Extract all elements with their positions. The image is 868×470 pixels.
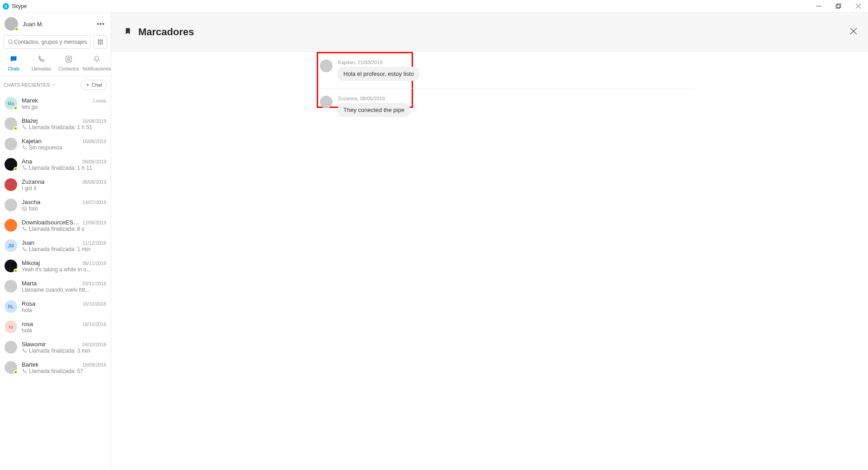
chat-date: 06/08/2019 xyxy=(82,179,106,185)
chat-preview: Llamada finalizada: 57 xyxy=(22,368,106,374)
chat-date: 16/10/2018 xyxy=(82,301,106,307)
message-bubble: Hola el profesor, estoy listo xyxy=(338,67,419,81)
svg-rect-1 xyxy=(836,5,840,9)
contacts-icon xyxy=(55,55,83,63)
chat-date: 04/10/2018 xyxy=(82,342,106,347)
avatar xyxy=(320,96,333,108)
tab-notifications[interactable]: Notificaciones xyxy=(83,52,111,76)
bell-icon xyxy=(83,55,111,63)
page-title: Marcadores xyxy=(138,26,194,38)
chat-name: Ana xyxy=(22,158,32,165)
window-close-button[interactable] xyxy=(848,0,868,13)
bookmarks-body: Kajetan, 21/03/2019Hola el profesor, est… xyxy=(111,51,868,470)
chat-date: 03/11/2018 xyxy=(82,281,106,286)
chat-name: Marta xyxy=(22,280,37,287)
window-maximize-button[interactable] xyxy=(828,0,848,13)
avatar xyxy=(5,178,17,191)
window-titlebar: S Skype xyxy=(0,0,868,13)
svg-point-5 xyxy=(9,40,12,43)
chat-list-item[interactable]: Błażej16/08/2019Llamada finalizada: 1 h … xyxy=(0,114,111,134)
chat-name: Marek xyxy=(22,97,38,104)
chat-date: 11/12/2018 xyxy=(82,240,106,246)
avatar: ro xyxy=(5,321,17,333)
chat-preview: Llamada finalizada: 1 min xyxy=(22,246,106,252)
chat-list-item[interactable]: rorosa16/10/2018hola xyxy=(0,317,111,337)
chat-list-item[interactable]: JMJuan11/12/2018Llamada finalizada: 1 mi… xyxy=(0,236,111,256)
close-panel-button[interactable] xyxy=(849,27,858,37)
more-menu-button[interactable]: ••• xyxy=(95,20,106,28)
dialpad-icon xyxy=(97,39,103,45)
tab-chats[interactable]: Chats xyxy=(0,52,28,76)
avatar xyxy=(5,199,17,211)
svg-point-9 xyxy=(102,40,103,41)
chevron-down-icon xyxy=(52,83,56,87)
chat-list-item[interactable]: Ana08/08/2019Llamada finalizada: 1 h 11 xyxy=(0,154,111,175)
chat-list-item[interactable]: Kajetan16/08/2019Sin respuesta xyxy=(0,134,111,154)
svg-line-6 xyxy=(12,43,13,44)
chat-preview: Llamada finalizada: 1 h 11 xyxy=(22,165,106,171)
svg-point-13 xyxy=(98,43,99,44)
bookmark-meta: Kajetan, 21/03/2019 xyxy=(338,60,419,65)
chat-date: Lunes xyxy=(93,98,106,103)
chat-list-item[interactable]: RLRosa16/10/2018hola xyxy=(0,297,111,317)
bookmark-message[interactable]: Zuzanna, 08/05/2019They conected the pip… xyxy=(320,92,693,121)
tab-calls[interactable]: Llamadas xyxy=(28,52,55,76)
current-user[interactable]: Juan M. xyxy=(5,17,43,31)
svg-point-8 xyxy=(100,40,101,41)
avatar xyxy=(5,117,17,130)
close-icon xyxy=(849,27,858,36)
bookmark-message[interactable]: Kajetan, 21/03/2019Hola el profesor, est… xyxy=(320,56,693,84)
svg-point-14 xyxy=(100,43,101,44)
svg-point-21 xyxy=(23,208,24,209)
status-online-icon xyxy=(14,167,18,171)
chat-list-item[interactable]: Jascha14/07/2019foto xyxy=(0,195,111,215)
chat-list-item[interactable]: Bartek18/09/2018Llamada finalizada: 57 xyxy=(0,358,111,378)
tab-label: Notificaciones xyxy=(83,66,111,71)
chat-list-item[interactable]: MaMarekLuneslets go xyxy=(0,93,111,114)
chat-list[interactable]: MaMarekLuneslets goBłażej16/08/2019Llama… xyxy=(0,93,111,470)
svg-point-15 xyxy=(102,43,103,44)
avatar: Ma xyxy=(5,97,17,110)
chat-preview: I got it xyxy=(22,185,106,191)
chat-date: 16/10/2018 xyxy=(82,321,106,327)
avatar xyxy=(5,280,17,293)
new-chat-button[interactable]: Chat xyxy=(80,80,107,90)
window-minimize-button[interactable] xyxy=(808,0,828,13)
chat-date: 18/09/2018 xyxy=(82,362,106,368)
chat-list-item[interactable]: Marta03/11/2018Llámame cuando vuelv htt.… xyxy=(0,276,111,297)
status-online-icon xyxy=(14,106,18,110)
chat-date: 16/08/2019 xyxy=(82,118,106,124)
chat-name: DownloadsourceES España xyxy=(22,219,80,226)
phone-icon xyxy=(28,55,55,63)
chat-date: 16/08/2019 xyxy=(82,139,106,144)
chat-list-item[interactable]: DownloadsourceES España12/06/2019Llamada… xyxy=(0,215,111,236)
chat-name: Błażej xyxy=(22,117,38,124)
chat-date: 08/08/2019 xyxy=(82,159,106,164)
skype-logo-icon: S xyxy=(3,3,9,9)
chat-preview: Sin respuesta xyxy=(22,144,106,151)
chat-date: 06/11/2018 xyxy=(82,261,106,266)
avatar xyxy=(320,60,333,72)
chat-preview: Llamada finalizada: 3 min xyxy=(22,348,106,354)
bookmark-icon xyxy=(124,26,132,38)
status-online-icon xyxy=(14,370,18,374)
chat-name: Zuzanna xyxy=(22,178,45,185)
search-box[interactable] xyxy=(4,35,91,49)
chat-preview: hola xyxy=(22,307,106,313)
window-title: Skype xyxy=(12,3,27,9)
main-header: Marcadores xyxy=(111,13,868,51)
plus-icon xyxy=(85,83,90,87)
chat-preview: hola xyxy=(22,327,106,334)
chat-list-item[interactable]: Zuzanna06/08/2019I got it xyxy=(0,175,111,195)
dialpad-button[interactable] xyxy=(94,35,107,49)
chat-date: 14/07/2019 xyxy=(82,200,106,205)
chat-name: Rosa xyxy=(22,300,35,307)
chat-list-item[interactable]: Sławomir04/10/2018Llamada finalizada: 3 … xyxy=(0,337,111,358)
search-input[interactable] xyxy=(14,39,87,45)
chat-list-item[interactable]: Mikolaj06/11/2018Yeah it's taking a whil… xyxy=(0,256,111,276)
svg-rect-2 xyxy=(837,4,840,8)
chat-preview: lets go xyxy=(22,104,106,110)
recent-chats-header[interactable]: CHATS RECIENTES xyxy=(4,82,56,88)
tab-contacts[interactable]: Contactos xyxy=(55,52,83,76)
user-name: Juan M. xyxy=(23,21,43,28)
